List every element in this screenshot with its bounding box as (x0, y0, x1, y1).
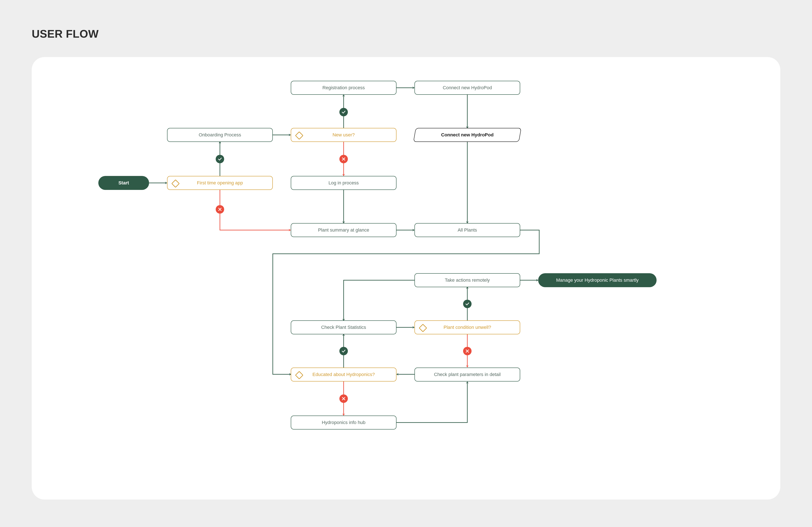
node-plant-condition-unwell: Plant condition unwell? (415, 320, 520, 334)
page-title: USER FLOW (32, 28, 99, 40)
close-icon (339, 394, 348, 403)
node-new-user: New user? (291, 128, 396, 142)
edge-layer (32, 57, 780, 499)
node-check-plant-statistics: Check Plant Statistics (291, 320, 396, 334)
node-all-plants: All Plants (415, 223, 520, 237)
node-take-actions-remotely: Take actions remotely (415, 273, 520, 287)
node-label: New user? (332, 132, 354, 138)
node-label: Connect new HydroPod (441, 132, 494, 138)
close-icon (339, 155, 348, 163)
check-icon (339, 347, 348, 355)
diagram-card: Start First time opening app Onboarding … (32, 57, 780, 499)
check-icon (339, 108, 348, 116)
node-educated-hydroponics: Educated about Hydroponics? (291, 368, 396, 381)
node-check-plant-parameters: Check plant parameters in detail (415, 368, 520, 381)
node-registration-process: Registration process (291, 81, 396, 95)
node-start: Start (98, 176, 149, 190)
node-label: Plant condition unwell? (444, 325, 491, 330)
node-label: Educated about Hydroponics? (313, 372, 375, 377)
node-manage-plants-end: Manage your Hydroponic Plants smartly (538, 273, 656, 287)
node-hydroponics-info-hub: Hydroponics info hub (291, 415, 396, 429)
node-connect-hydropod-process: Connect new HydroPod (415, 81, 520, 95)
node-connect-hydropod-io: Connect new HydroPod (413, 128, 521, 142)
diamond-icon (171, 179, 180, 188)
check-icon (463, 300, 472, 308)
diamond-icon (295, 371, 303, 379)
node-log-in-process: Log in process (291, 176, 396, 190)
check-icon (216, 155, 224, 163)
node-onboarding-process: Onboarding Process (167, 128, 273, 142)
close-icon (463, 347, 472, 355)
close-icon (216, 205, 224, 214)
diamond-icon (295, 131, 303, 140)
diamond-icon (419, 324, 427, 332)
node-label: First time opening app (197, 180, 243, 186)
node-first-time-opening-app: First time opening app (167, 176, 273, 190)
node-plant-summary: Plant summary at glance (291, 223, 396, 237)
